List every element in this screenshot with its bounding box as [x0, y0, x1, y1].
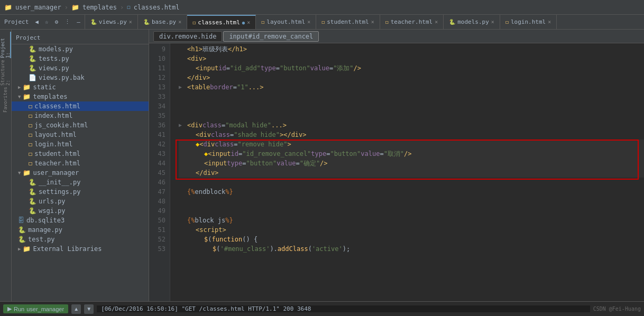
tree-item-student-html[interactable]: ◻ student.html — [12, 149, 149, 159]
code-line-34 — [179, 101, 644, 111]
status-log: [06/Dec/2016 16:50:16] "GET /classes.htm… — [97, 305, 590, 312]
code-line-13: ▶ <table border="1"...> — [179, 82, 644, 92]
tree-item-init[interactable]: 🐍 __init__.py — [12, 178, 149, 187]
tree-item-teacher-html[interactable]: ◻ teacher.html — [12, 159, 149, 168]
close-student-html[interactable]: × — [371, 19, 374, 25]
code-line-49 — [179, 206, 644, 216]
run-button[interactable]: ▶ Run user_manager — [3, 304, 68, 313]
tab-left-icon3[interactable]: ⚙ — [53, 17, 61, 26]
code-line-46 — [179, 178, 644, 187]
html-icon: ◻ — [29, 103, 32, 110]
editor-area: div.remove.hide input#id_remove_cancel 9… — [149, 30, 644, 301]
tab-views-py[interactable]: 🐍 views.py × — [85, 15, 138, 29]
title-project: user_manager — [15, 4, 61, 11]
tree-item-classes-html[interactable]: ◻ classes.html — [12, 101, 149, 111]
close-classes-html[interactable]: × — [247, 20, 250, 25]
py-icon6: 🐍 — [18, 226, 26, 234]
code-content[interactable]: 9 10 11 12 13 33 34 35 36 41 42 43 44 45… — [149, 43, 644, 301]
close-layout-html[interactable]: × — [307, 19, 310, 25]
close-views-py[interactable]: × — [129, 19, 132, 25]
tree-item-js-cookie[interactable]: ◻ js_cookie.html — [12, 120, 149, 130]
code-line-45: </div> — [179, 168, 644, 178]
title-folder-icon2: 📁 — [71, 4, 79, 11]
tab-teacher-html[interactable]: ◻ teacher.html × — [380, 15, 444, 29]
code-line-47: {% endblock %} — [179, 187, 644, 197]
tab-bar: Project ◀ ☆ ⚙ ⋮ — 🐍 views.py × 🐍 base.py… — [0, 15, 644, 30]
tab-left-icon1[interactable]: ◀ — [33, 17, 41, 26]
side-panel-structure[interactable]: 2: Structure — [1, 59, 11, 86]
code-line-10: <div> — [179, 54, 644, 63]
run-bar: ▶ Run user_manager ▲ ▼ [06/Dec/2016 16:5… — [0, 301, 644, 316]
py-icon4: 🐍 — [29, 198, 36, 205]
tab-left-icon5[interactable]: — — [75, 17, 82, 26]
cursor-43: ◆ — [204, 149, 208, 159]
tabs-container: 🐍 views.py × 🐍 base.py × ◻ classes.html … — [85, 15, 557, 29]
tree-item-layout-html[interactable]: ◻ layout.html — [12, 130, 149, 140]
code-line-36: ▶ <div class="modal hide"...> — [179, 120, 644, 130]
close-login-html[interactable]: × — [548, 19, 551, 25]
py-icon7: 🐍 — [18, 236, 26, 243]
db-icon: 🗄 — [18, 217, 24, 224]
tab-models-py[interactable]: 🐍 models.py × — [444, 15, 500, 29]
tab-base-py[interactable]: 🐍 base.py × — [138, 15, 187, 29]
tree-item-user-manager[interactable]: ▼ 📁 user_manager — [12, 168, 149, 178]
breadcrumb-div-remove[interactable]: div.remove.hide — [153, 31, 222, 42]
tab-classes-html[interactable]: ◻ classes.html ● × — [187, 15, 256, 29]
folder-icon: 📁 — [23, 83, 31, 91]
scroll-down-button[interactable]: ▼ — [84, 304, 94, 314]
code-line-11: <input id="id_add" type="button" value="… — [179, 63, 644, 73]
cursor-42: ◆ — [196, 140, 199, 149]
tree-item-manage[interactable]: 🐍 manage.py — [12, 225, 149, 235]
tree-item-tests[interactable]: 🐍 tests.py — [12, 54, 149, 63]
tree-item-views[interactable]: 🐍 views.py — [12, 63, 149, 73]
tree-item-views-bak[interactable]: 📄 views.py.bak — [12, 73, 149, 82]
tree-item-templates[interactable]: ▼ 📁 templates — [12, 92, 149, 101]
title-folder-icon: 📁 — [4, 4, 12, 11]
tree-item-db[interactable]: 🗄 db.sqlite3 — [12, 216, 149, 225]
py-icon2: 🐍 — [29, 179, 36, 186]
breadcrumb-input-cancel[interactable]: input#id_remove_cancel — [223, 31, 319, 42]
txt-icon: 📄 — [29, 74, 36, 81]
code-line-9: <h1>班级列表</h1> — [179, 44, 644, 54]
html-icon6: ◻ — [29, 150, 32, 157]
close-base-py[interactable]: × — [178, 19, 181, 25]
code-line-50: {% block js %} — [179, 216, 644, 225]
code-line-42: ◆ <div class="remove hide"> — [179, 140, 644, 149]
tab-student-html[interactable]: ◻ student.html × — [316, 15, 380, 29]
side-panel-project[interactable]: 1: Project — [1, 32, 11, 58]
tab-layout-html[interactable]: ◻ layout.html × — [256, 15, 316, 29]
run-icon: ▶ — [7, 305, 12, 312]
html-icon5: ◻ — [29, 141, 32, 148]
tab-left-icon2[interactable]: ☆ — [43, 17, 51, 26]
tree-item-test[interactable]: 🐍 test.py — [12, 235, 149, 244]
project-tab-label[interactable]: Project — [2, 17, 31, 26]
code-lines: <h1>班级列表</h1> <div> <input id="id_add" t… — [170, 43, 644, 301]
html-icon3: ◻ — [29, 122, 32, 129]
tab-left-icon4[interactable]: ⋮ — [62, 17, 72, 26]
title-file: classes.html — [134, 4, 180, 11]
main-layout: 1: Project 2: Structure Favorites Projec… — [0, 30, 644, 301]
close-models-py[interactable]: × — [491, 19, 494, 25]
code-line-41: <div class="shade hide"></div> — [179, 130, 644, 140]
side-panel-favorites[interactable]: Favorites — [1, 87, 11, 113]
csdn-credit: CSDN @Fei-Huang — [593, 306, 641, 312]
tree-item-models[interactable]: 🐍 models.py — [12, 44, 149, 54]
code-line-48 — [179, 197, 644, 206]
tab-bar-left: Project ◀ ☆ ⚙ ⋮ — — [0, 15, 85, 29]
tree-item-external[interactable]: ▶ 📁 External Libraries — [12, 244, 149, 254]
tree-item-index-html[interactable]: ◻ index.html — [12, 111, 149, 120]
tree-item-settings[interactable]: 🐍 settings.py — [12, 187, 149, 197]
tree-item-static[interactable]: ▶ 📁 static — [12, 82, 149, 92]
title-file-icon: ◻ — [127, 4, 131, 11]
tree-item-urls[interactable]: 🐍 urls.py — [12, 197, 149, 206]
code-line-51: <script> — [179, 225, 644, 235]
close-teacher-html[interactable]: × — [435, 19, 438, 25]
py-icon3: 🐍 — [29, 188, 36, 196]
html-icon7: ◻ — [29, 160, 32, 167]
tree-item-wsgi[interactable]: 🐍 wsgi.py — [12, 206, 149, 216]
tree-item-login-html[interactable]: ◻ login.html — [12, 140, 149, 149]
py-icon: 🐍 — [29, 64, 36, 72]
scroll-up-button[interactable]: ▲ — [71, 304, 81, 314]
file-tree: Project 🐍 models.py 🐍 tests.py 🐍 views.p… — [12, 30, 149, 301]
tab-login-html[interactable]: ◻ login.html × — [500, 15, 557, 29]
